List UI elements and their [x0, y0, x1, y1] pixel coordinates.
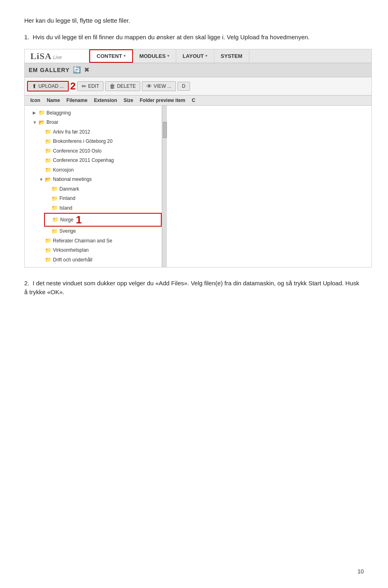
folder-icon-national: 📂 — [45, 176, 51, 184]
folder-tree: ▶ 📁 Belaggning ▼ 📂 Broar 📁 Arkiv fra før… — [25, 106, 162, 267]
step2-number: 2. — [24, 280, 30, 287]
page-number: 10 — [357, 567, 364, 576]
nav-layout-label: LAYOUT — [183, 52, 204, 60]
folder-label-drift: Drift och underhåll — [53, 256, 92, 263]
screenshot: LiSA Live CONTENT ▾ MODULES ▾ LAYOUT ▾ S… — [24, 49, 372, 267]
folder-label-korrosjon: Korrosjon — [53, 166, 74, 174]
nav-modules-arrow: ▾ — [167, 53, 169, 59]
col-c: C — [188, 97, 198, 104]
nav-item-modules[interactable]: MODULES ▾ — [133, 49, 176, 63]
tree-item-virksomhetsplan[interactable]: 📁 Virksomhetsplan — [38, 246, 162, 255]
folder-label-arkiv: Arkiv fra før 2012 — [53, 128, 90, 136]
folder-label-virksomhetsplan: Virksomhetsplan — [53, 246, 89, 254]
folder-icon-conf2010: 📁 — [45, 147, 51, 155]
folder-label-referater: Referater Chairman and Se — [53, 237, 112, 244]
folder-icon-conf2011: 📁 — [45, 157, 51, 165]
tree-item-broar[interactable]: ▼ 📂 Broar — [31, 118, 162, 127]
col-name: Name — [44, 97, 63, 104]
delete-label: DELETE — [117, 83, 136, 89]
folder-label-finland: Finland — [59, 195, 75, 202]
nav-item-system[interactable]: SYSTEM — [214, 49, 249, 63]
close-icon[interactable]: ✖ — [84, 65, 89, 75]
logo-sub: Live — [53, 54, 62, 61]
d-label: D — [182, 83, 186, 89]
folder-icon-virksomhetsplan: 📁 — [45, 246, 51, 255]
upload-button[interactable]: ⬆ UPLOAD ... — [27, 81, 69, 91]
column-headers: Icon Name Filename Extension Size Folder… — [25, 96, 371, 106]
folder-icon-belaggning: 📁 — [38, 109, 45, 117]
nav-menu: CONTENT ▾ MODULES ▾ LAYOUT ▾ SYSTEM — [89, 49, 371, 63]
nav-item-content[interactable]: CONTENT ▾ — [89, 49, 133, 63]
folder-label-danmark: Danmark — [59, 185, 79, 193]
nav-content-label: CONTENT — [97, 52, 122, 60]
folder-icon-brokonferens: 📁 — [45, 138, 51, 146]
tree-item-norge[interactable]: 📁 Norge 1 — [44, 213, 162, 227]
view-label: VIEW ... — [154, 83, 171, 89]
tree-item-finland[interactable]: 📁 Finland — [44, 194, 162, 204]
delete-button[interactable]: 🗑 DELETE — [105, 81, 140, 91]
folder-icon-drift: 📁 — [45, 256, 51, 264]
upload-btn-wrapper: ⬆ UPLOAD ... 2 — [27, 79, 76, 93]
folder-label-conf2010: Conference 2010 Oslo — [53, 147, 101, 155]
tree-item-belaggning[interactable]: ▶ 📁 Belaggning — [31, 108, 162, 118]
col-extension: Extension — [91, 97, 120, 104]
tree-item-danmark[interactable]: 📁 Danmark — [44, 184, 162, 194]
folder-label-broar: Broar — [46, 119, 58, 126]
d-button[interactable]: D — [177, 82, 190, 91]
intro-text: Her kan du legge til, flytte og slette f… — [24, 16, 364, 25]
tree-item-korrosjon[interactable]: 📁 Korrosjon — [38, 165, 162, 175]
tree-item-national[interactable]: ▼ 📂 National meetings — [38, 175, 162, 185]
step2-body: I det neste vinduet som dukker opp velge… — [24, 280, 359, 296]
view-icon: 👁 — [146, 83, 152, 89]
gallery-title: EM GALLERY — [29, 66, 70, 74]
nav-bar: LiSA Live CONTENT ▾ MODULES ▾ LAYOUT ▾ S… — [25, 49, 371, 63]
folder-icon-danmark: 📁 — [51, 185, 58, 193]
refresh-icon[interactable]: 🔄 — [73, 65, 81, 75]
annotation-number-2: 2 — [70, 79, 76, 93]
step1-body: Hvis du vil legge til en fil finner du m… — [33, 34, 310, 40]
content-area — [167, 106, 371, 267]
folder-label-sverige: Sverige — [59, 227, 76, 235]
folder-icon-finland: 📁 — [51, 195, 58, 203]
folder-label-national: National meetings — [53, 176, 92, 183]
expand-belaggning: ▶ — [33, 110, 38, 116]
step2-text: 2. I det neste vinduet som dukker opp ve… — [24, 279, 364, 297]
folder-label-belaggning: Belaggning — [46, 109, 71, 117]
nav-modules-label: MODULES — [139, 52, 166, 60]
edit-button[interactable]: ✏ EDIT — [77, 81, 103, 91]
folder-icon-referater: 📁 — [45, 237, 51, 245]
folder-label-conf2011: Conference 2011 Copenhag — [53, 157, 114, 164]
tree-item-conf2010[interactable]: 📁 Conference 2010 Oslo — [38, 146, 162, 156]
nav-system-label: SYSTEM — [221, 52, 242, 60]
step2-section: 2. I det neste vinduet som dukker opp ve… — [24, 279, 364, 297]
upload-label: UPLOAD ... — [38, 83, 64, 89]
tree-item-island[interactable]: 📁 Island — [44, 203, 162, 213]
view-button[interactable]: 👁 VIEW ... — [142, 81, 176, 91]
folder-label-norge: Norge — [60, 216, 74, 223]
folder-icon-norge: 📁 — [52, 216, 59, 224]
nav-item-layout[interactable]: LAYOUT ▾ — [176, 49, 214, 63]
col-folder-preview: Folder preview item — [137, 97, 189, 104]
logo-text: LiSA — [30, 49, 52, 63]
edit-label: EDIT — [88, 83, 99, 89]
scrollbar[interactable] — [162, 106, 167, 267]
col-size: Size — [120, 97, 137, 104]
nav-content-arrow: ▾ — [124, 53, 126, 59]
tree-item-referater[interactable]: 📁 Referater Chairman and Se — [38, 236, 162, 246]
scrollbar-thumb[interactable] — [163, 122, 167, 138]
col-icon: Icon — [27, 97, 44, 104]
tree-item-conf2011[interactable]: 📁 Conference 2011 Copenhag — [38, 156, 162, 166]
nav-layout-arrow: ▾ — [205, 53, 207, 59]
tree-item-drift[interactable]: 📁 Drift och underhåll — [38, 255, 162, 265]
folder-icon-island: 📁 — [51, 204, 58, 212]
step1-number: 1. — [24, 34, 30, 40]
folder-label-island: Island — [59, 204, 72, 212]
tree-item-brokonferens[interactable]: 📁 Brokonferens i Göteborg 20 — [38, 137, 162, 146]
tree-item-sverige[interactable]: 📁 Sverige — [44, 227, 162, 236]
folder-icon-korrosjon: 📁 — [45, 166, 51, 174]
tree-item-arkiv[interactable]: 📁 Arkiv fra før 2012 — [38, 127, 162, 137]
expand-national: ▼ — [39, 176, 44, 183]
edit-icon: ✏ — [82, 83, 86, 89]
main-content: ▶ 📁 Belaggning ▼ 📂 Broar 📁 Arkiv fra før… — [25, 106, 371, 267]
upload-icon: ⬆ — [32, 83, 37, 89]
